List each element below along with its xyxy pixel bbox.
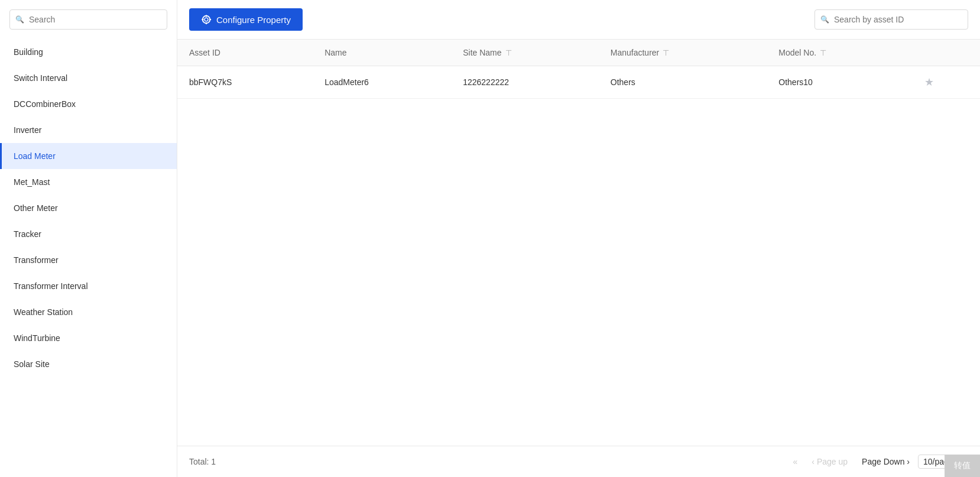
cell-star: ★ xyxy=(913,66,980,99)
star-icon[interactable]: ★ xyxy=(924,76,934,88)
sidebar-search-wrapper xyxy=(0,9,177,39)
cell-name: LoadMeter6 xyxy=(313,66,451,99)
th-label-asset-id: Asset ID xyxy=(189,48,220,57)
th-label-model-no: Model No. xyxy=(778,48,816,57)
sidebar-item-tracker[interactable]: Tracker xyxy=(0,221,177,247)
configure-property-label: Configure Property xyxy=(216,15,291,25)
svg-marker-3 xyxy=(209,18,212,21)
cell-manufacturer: Others xyxy=(599,66,767,99)
sidebar-nav: BuildingSwitch IntervalDCCombinerBoxInve… xyxy=(0,39,177,477)
table-row: bbFWQ7kSLoadMeter61226222222OthersOthers… xyxy=(177,66,980,99)
configure-icon xyxy=(201,14,212,25)
th-manufacturer: Manufacturer⊤ xyxy=(599,40,767,66)
th-label-manufacturer: Manufacturer xyxy=(611,48,659,57)
sidebar-item-solar-site[interactable]: Solar Site xyxy=(0,351,177,377)
sidebar-item-wind-turbine[interactable]: WindTurbine xyxy=(0,325,177,351)
sidebar-item-met-mast[interactable]: Met_Mast xyxy=(0,169,177,195)
th-inner-asset-id: Asset ID xyxy=(189,48,301,57)
sidebar-item-dc-combiner-box[interactable]: DCCombinerBox xyxy=(0,91,177,117)
th-label-name: Name xyxy=(324,48,346,57)
main-content: Configure Property Asset IDNameSite Name… xyxy=(177,0,980,477)
th-site-name: Site Name⊤ xyxy=(451,40,599,66)
cell-asset_id: bbFWQ7kS xyxy=(177,66,313,99)
chevron-left-icon: ‹ xyxy=(812,457,814,466)
th-name: Name xyxy=(313,40,451,66)
configure-property-button[interactable]: Configure Property xyxy=(189,8,303,31)
svg-marker-1 xyxy=(205,22,207,25)
bottom-right-button[interactable]: 转值 xyxy=(945,455,980,477)
first-page-button[interactable]: « xyxy=(787,455,804,469)
asset-search-wrapper xyxy=(814,9,968,30)
sidebar-item-transformer-interval[interactable]: Transformer Interval xyxy=(0,273,177,299)
asset-table: Asset IDNameSite Name⊤Manufacturer⊤Model… xyxy=(177,40,980,99)
pagination-bar: Total: 1 « ‹ Page up Page Down › 10/page… xyxy=(177,446,980,477)
th-inner-site-name: Site Name⊤ xyxy=(463,48,587,57)
sidebar-item-other-meter[interactable]: Other Meter xyxy=(0,195,177,221)
page-up-button[interactable]: ‹ Page up xyxy=(806,455,854,469)
th-model-no: Model No.⊤ xyxy=(767,40,912,66)
cell-model_no: Others10 xyxy=(767,66,912,99)
table-header-row: Asset IDNameSite Name⊤Manufacturer⊤Model… xyxy=(177,40,980,66)
filter-icon-site-name[interactable]: ⊤ xyxy=(505,48,512,57)
sidebar-item-weather-station[interactable]: Weather Station xyxy=(0,299,177,325)
table-container: Asset IDNameSite Name⊤Manufacturer⊤Model… xyxy=(177,40,980,446)
chevron-right-icon: › xyxy=(907,457,910,466)
filter-icon-model-no[interactable]: ⊤ xyxy=(820,48,826,57)
asset-search-input[interactable] xyxy=(814,9,968,30)
cell-site_name: 1226222222 xyxy=(451,66,599,99)
page-down-label: Page Down xyxy=(862,457,904,466)
table-header: Asset IDNameSite Name⊤Manufacturer⊤Model… xyxy=(177,40,980,66)
sidebar-item-load-meter[interactable]: Load Meter xyxy=(0,143,177,169)
sidebar-item-switch-interval[interactable]: Switch Interval xyxy=(0,65,177,91)
page-up-label: Page up xyxy=(817,457,848,466)
sidebar-item-transformer[interactable]: Transformer xyxy=(0,247,177,273)
th-label-site-name: Site Name xyxy=(463,48,501,57)
th-inner-model-no: Model No.⊤ xyxy=(778,48,900,57)
th-inner-name: Name xyxy=(324,48,439,57)
table-body: bbFWQ7kSLoadMeter61226222222OthersOthers… xyxy=(177,66,980,99)
sidebar-item-inverter[interactable]: Inverter xyxy=(0,117,177,143)
sidebar-item-building[interactable]: Building xyxy=(0,39,177,65)
search-icon-wrapper xyxy=(9,9,167,30)
bottom-right-label: 转值 xyxy=(954,460,971,470)
th-star xyxy=(913,40,980,66)
page-down-button[interactable]: Page Down › xyxy=(856,455,916,469)
sidebar-search-input[interactable] xyxy=(9,9,167,30)
th-asset-id: Asset ID xyxy=(177,40,313,66)
total-count: Total: 1 xyxy=(189,457,216,466)
topbar: Configure Property xyxy=(177,0,980,40)
th-inner-manufacturer: Manufacturer⊤ xyxy=(611,48,755,57)
pagination-controls: « ‹ Page up Page Down › 10/page20/page50… xyxy=(787,455,968,469)
sidebar: BuildingSwitch IntervalDCCombinerBoxInve… xyxy=(0,0,177,477)
filter-icon-manufacturer[interactable]: ⊤ xyxy=(663,48,669,57)
